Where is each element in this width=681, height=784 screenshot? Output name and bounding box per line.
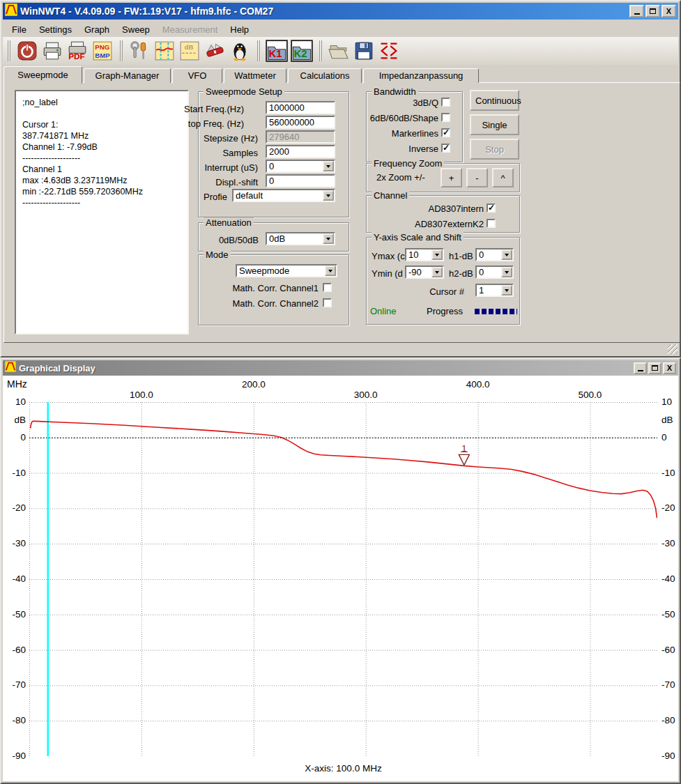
channel-k1-button[interactable]: K1	[264, 38, 289, 63]
y-tick-label-left: -60	[3, 645, 26, 655]
markerlines-label: Markerlines	[367, 128, 438, 139]
tools-button[interactable]	[127, 38, 152, 63]
tab-impedanzanpassung[interactable]: Impedanzanpassung	[363, 68, 479, 83]
single-button[interactable]: Single	[470, 114, 519, 135]
ad8307externk2-checkbox[interactable]	[487, 219, 496, 228]
y-tick-label-left: 0	[3, 432, 26, 443]
menu-sweep[interactable]: Sweep	[116, 23, 156, 36]
combo-dropdown-button[interactable]	[323, 190, 334, 201]
y-tick-label-left: -40	[3, 574, 26, 584]
maximize-button[interactable]	[645, 5, 660, 17]
minimize-button[interactable]	[629, 5, 644, 17]
tab-vfo[interactable]: VFO	[172, 68, 222, 83]
svg-text:K1: K1	[269, 48, 282, 59]
close-button[interactable]: X	[661, 5, 676, 17]
db-icon: dB	[179, 40, 200, 61]
y-tick-label-left: 10	[3, 397, 26, 407]
main-titlebar[interactable]: WinNWT4 - V.4.09.09 - FW:1.19:V17 - hfm9…	[3, 3, 678, 20]
svg-text:BMP: BMP	[95, 52, 110, 59]
ymax-combobox[interactable]: 10	[405, 248, 444, 261]
ad8307intern-checkbox[interactable]	[487, 203, 496, 213]
combo-dropdown-button[interactable]	[501, 249, 512, 260]
x-tick-label: 500.0	[572, 390, 607, 400]
print-pdf-button[interactable]: PDF	[65, 38, 90, 63]
stop-freq-input[interactable]	[266, 116, 335, 129]
interrupt-label: Interrupt (uS)	[178, 162, 258, 173]
close-button[interactable]: X	[663, 362, 676, 374]
continuous-button[interactable]: Continuous	[470, 90, 519, 111]
swiss-knife-button[interactable]	[202, 38, 227, 63]
channel-k2-button[interactable]: K2	[289, 38, 314, 63]
y-unit-label-left: dB	[3, 415, 26, 425]
y-tick-label-right: 10	[661, 397, 678, 407]
markerlines-checkbox[interactable]	[441, 128, 450, 137]
h1-db-combobox[interactable]: 0	[475, 248, 514, 261]
zoom-reset-button[interactable]: ^	[492, 168, 514, 187]
combo-dropdown-button[interactable]	[431, 267, 443, 277]
toolbar-separator	[257, 40, 261, 61]
print-button[interactable]	[40, 38, 65, 63]
resize-grip[interactable]	[668, 344, 678, 354]
db-settings-button[interactable]: dB	[177, 38, 202, 63]
graph-window: Graphical Display X MHz 1 X-axis: 100.0 …	[0, 358, 681, 784]
mode-combobox[interactable]: Sweepmode	[236, 264, 337, 277]
y-tick-label-left: -20	[3, 502, 26, 513]
combo-dropdown-button[interactable]	[501, 267, 512, 277]
combo-dropdown-button[interactable]	[501, 285, 512, 295]
minimize-button[interactable]	[634, 362, 647, 374]
menu-settings[interactable]: Settings	[33, 23, 78, 36]
chevron-down-icon	[328, 270, 332, 275]
toolbar-separator	[120, 40, 123, 61]
stop-freq-label: top Freq. (Hz)	[164, 118, 244, 129]
inverse-checkbox[interactable]	[441, 144, 450, 153]
pdf-printer-icon: PDF	[67, 40, 88, 61]
ymin-label: Ymin (d	[372, 268, 405, 279]
power-button[interactable]	[15, 38, 40, 63]
cursor-number-combobox[interactable]: 1	[475, 284, 514, 297]
combo-dropdown-button[interactable]	[325, 266, 336, 276]
attenuation-combobox[interactable]: 0dB	[266, 232, 335, 245]
start-freq-input[interactable]	[266, 101, 335, 114]
save-file-button[interactable]	[351, 38, 376, 63]
interrupt-combobox[interactable]: 0	[266, 160, 335, 173]
ad8307intern-label: AD8307intern	[381, 203, 484, 214]
bw-6db-checkbox[interactable]	[441, 113, 450, 122]
h2-db-combobox[interactable]: 0	[475, 266, 514, 279]
svg-text:PNG: PNG	[95, 43, 109, 51]
sweep-display-button[interactable]	[152, 38, 177, 63]
tux-button[interactable]	[227, 38, 252, 63]
x-tick-label: 300.0	[349, 390, 383, 400]
maximize-button[interactable]	[648, 362, 661, 374]
combo-dropdown-button[interactable]	[323, 233, 334, 244]
k1-folder-icon: K1	[266, 40, 288, 62]
profile-combobox[interactable]: default	[232, 189, 335, 202]
group-title: Sweepmode Setup	[204, 86, 284, 97]
menu-file[interactable]: File	[6, 23, 33, 36]
graph-titlebar[interactable]: Graphical Display X	[3, 360, 678, 376]
tab-sweepmode[interactable]: Sweepmode	[3, 66, 82, 84]
open-file-button[interactable]	[326, 38, 351, 63]
zoom-out-button[interactable]: -	[466, 168, 488, 187]
chevron-down-icon	[326, 165, 330, 170]
math-corr-ch2-checkbox[interactable]	[323, 298, 332, 307]
export-png-bmp-button[interactable]: PNGBMP	[90, 38, 115, 63]
combo-dropdown-button[interactable]	[431, 249, 443, 260]
zoom-in-button[interactable]: +	[441, 168, 462, 187]
tab-wattmeter[interactable]: Wattmeter	[224, 68, 286, 83]
cursor-info-panel: ;no_label Cursor 1: 387.741871 MHz Chann…	[15, 90, 189, 335]
sweep-plot[interactable]: 1	[29, 402, 657, 756]
chevron-down-icon	[435, 271, 439, 276]
samples-input[interactable]	[266, 145, 335, 158]
menu-graph[interactable]: Graph	[78, 23, 116, 36]
tab-graph-manager[interactable]: Graph-Manager	[84, 68, 171, 83]
combo-dropdown-button[interactable]	[323, 161, 334, 171]
bw-3db-checkbox[interactable]	[441, 98, 450, 107]
tab-calculations[interactable]: Calculations	[288, 68, 362, 83]
y-tick-label-left: -30	[3, 538, 26, 548]
menu-help[interactable]: Help	[224, 23, 255, 36]
math-corr-ch1-checkbox[interactable]	[323, 283, 332, 292]
progress-label: Progress	[427, 306, 463, 316]
sweep-width-button[interactable]	[376, 38, 401, 63]
ymin-combobox[interactable]: -90	[405, 266, 444, 279]
displ-shift-input[interactable]	[266, 174, 335, 187]
